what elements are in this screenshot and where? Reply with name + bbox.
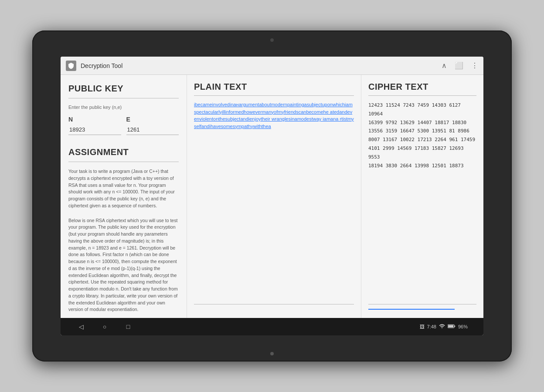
window-button[interactable]: ⬜	[455, 61, 463, 70]
wifi-icon	[439, 323, 445, 330]
assignment-section: ASSIGNMENT Your task is to write a progr…	[68, 147, 179, 313]
minimize-button[interactable]: ∧	[442, 61, 447, 70]
n-label: N	[68, 116, 121, 123]
n-field[interactable]	[68, 125, 121, 135]
cipher-line-3: 13556 3159 16647 5300 13951 81 8986	[368, 127, 476, 135]
titlebar-actions: ∧ ⬜ ⋮	[442, 61, 478, 70]
cipher-text-heading: CIPHER TEXT	[368, 82, 476, 92]
menu-button[interactable]: ⋮	[471, 61, 478, 70]
status-bar-right: 🖼 7:48 96%	[420, 323, 468, 330]
app-titlebar: Decryption Tool ∧ ⬜ ⋮	[61, 57, 483, 75]
plain-text-content: ibecameinvolvedinанargumentaboutmodernpa…	[194, 101, 354, 301]
e-input-group: E	[126, 116, 179, 135]
assignment-text-1: Your task is to write a program (Java or…	[68, 168, 179, 210]
cipher-line-5: 4101 2999 14569 17183 15827 12693 9553	[368, 144, 476, 162]
status-time: 7:48	[427, 324, 436, 329]
nav-center: ◁ ○ □	[76, 322, 133, 331]
battery-icon	[448, 324, 456, 330]
plain-text-heading: PLAIN TEXT	[194, 82, 354, 92]
cipher-text-divider	[368, 95, 476, 96]
camera-dot	[270, 38, 274, 42]
middle-panel: PLAIN TEXT ibecameinvolvedinанargumentab…	[187, 75, 361, 318]
plain-text-bottom-line	[194, 311, 354, 312]
cipher-line-6: 18194 3830 2664 13998 12501 18873	[368, 162, 476, 170]
recents-button[interactable]: □	[123, 322, 133, 331]
n-input-group: N	[68, 116, 121, 135]
tablet-screen: Decryption Tool ∧ ⬜ ⋮ PUBLIC KEY Enter t…	[61, 57, 483, 335]
e-field[interactable]	[126, 125, 179, 135]
app-content: PUBLIC KEY Enter the public key (n,e) N …	[61, 75, 483, 318]
status-image-icon: 🖼	[420, 324, 425, 329]
app-icon	[66, 61, 76, 71]
public-key-heading: PUBLIC KEY	[68, 84, 179, 94]
plain-text-input-bar	[194, 304, 354, 318]
assignment-heading: ASSIGNMENT	[68, 147, 179, 157]
home-dot	[270, 352, 274, 355]
left-panel: PUBLIC KEY Enter the public key (n,e) N …	[61, 75, 187, 318]
right-panel: CIPHER TEXT 12423 11524 7243 7459 14303 …	[361, 75, 483, 318]
public-key-label: Enter the public key (n,e)	[68, 105, 179, 110]
android-navbar: ◁ ○ □ 🖼 7:48	[61, 318, 483, 335]
assignment-divider	[68, 162, 179, 162]
plain-text-divider	[194, 95, 354, 96]
svg-rect-1	[454, 326, 455, 327]
svg-rect-2	[448, 325, 453, 327]
back-button[interactable]: ◁	[76, 322, 86, 331]
battery-percent: 96%	[458, 324, 468, 329]
input-row: N E	[68, 116, 179, 135]
cipher-text-content: 12423 11524 7243 7459 14303 6127 10964 1…	[368, 101, 476, 301]
pk-divider	[68, 98, 179, 98]
cipher-bottom-bar	[368, 304, 476, 318]
cipher-bottom-accent-line	[368, 309, 455, 310]
cipher-line-2: 16399 9792 13629 14407 18817 18830	[368, 118, 476, 127]
cipher-line-1: 12423 11524 7243 7459 14303 6127 10964	[368, 101, 476, 118]
assignment-text-2: Below is one RSA ciphertext which you wi…	[68, 217, 179, 314]
e-label: E	[126, 116, 179, 123]
home-button[interactable]: ○	[100, 322, 109, 331]
cipher-line-4: 8007 13167 10022 17213 2264 961 17459	[368, 135, 476, 144]
tablet-device: Decryption Tool ∧ ⬜ ⋮ PUBLIC KEY Enter t…	[32, 30, 512, 362]
app-title: Decryption Tool	[81, 62, 442, 69]
